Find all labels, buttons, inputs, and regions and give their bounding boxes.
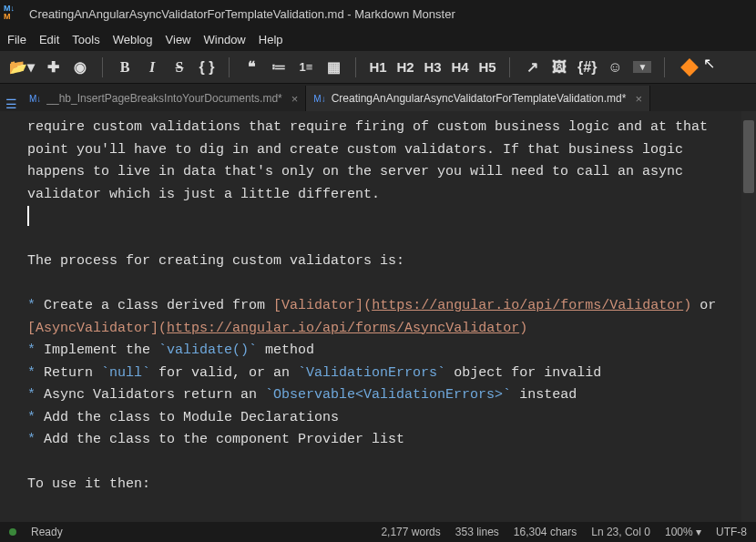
toolbar: 📂▾ ✚ ◉ B I S { } ❝ ≔ 1≡ ▦ H1 H2 H3 H4 H5… [0, 51, 756, 84]
window-title: CreatingAnAngularAsyncValidatorForTempla… [29, 7, 455, 21]
statusbar: Ready 2,177 words 353 lines 16,304 chars… [0, 522, 756, 542]
bold-button[interactable]: B [116, 59, 134, 76]
scroll-thumb[interactable] [743, 120, 754, 193]
editor-area: require custom validations that require … [0, 111, 756, 522]
h2-button[interactable]: H2 [396, 59, 414, 75]
id-button[interactable]: {#} [577, 59, 597, 76]
italic-button[interactable]: I [143, 59, 161, 76]
titlebar: M↓M CreatingAnAngularAsyncValidatorForTe… [0, 0, 756, 27]
h4-button[interactable]: H4 [451, 59, 469, 75]
scrollbar[interactable] [741, 111, 756, 522]
tab-active[interactable]: M↓ CreatingAnAngularAsyncValidatorForTem… [306, 86, 650, 111]
ul-button[interactable]: ≔ [270, 58, 288, 76]
emoji-button[interactable]: ☺ [606, 59, 624, 76]
image-button[interactable]: 🖼 [550, 59, 568, 76]
menu-edit[interactable]: Edit [39, 33, 59, 46]
more-dropdown[interactable]: ▼ [633, 61, 651, 73]
status-indicator [9, 528, 16, 536]
link-button[interactable]: ↗ [523, 58, 541, 76]
close-icon[interactable]: × [635, 92, 642, 106]
separator [229, 57, 230, 77]
close-icon[interactable]: × [291, 92, 299, 106]
separator [509, 57, 510, 77]
strike-button[interactable]: S [170, 59, 189, 76]
tabbar: ☰ M↓ __hb_InsertPageBreaksIntoYourDocume… [0, 84, 756, 111]
status-lines: 353 lines [455, 526, 499, 538]
h3-button[interactable]: H3 [424, 59, 442, 75]
menu-help[interactable]: Help [259, 33, 283, 46]
status-position: Ln 23, Col 0 [591, 526, 650, 538]
code-button[interactable]: { } [198, 59, 216, 76]
new-icon[interactable]: ✚ [44, 58, 62, 76]
markdown-icon: M↓ [313, 94, 325, 104]
menu-window[interactable]: Window [204, 33, 246, 46]
menu-weblog[interactable]: Weblog [113, 33, 153, 46]
separator [102, 57, 103, 77]
menu-view[interactable]: View [166, 33, 191, 46]
status-chars: 16,304 chars [514, 526, 577, 538]
status-zoom[interactable]: 100% ▾ [665, 526, 701, 538]
save-icon[interactable]: ◉ [71, 58, 89, 76]
quote-button[interactable]: ❝ [242, 58, 261, 76]
table-button[interactable]: ▦ [324, 58, 342, 76]
status-ready: Ready [31, 526, 63, 538]
status-words: 2,177 words [381, 526, 440, 538]
cursor [27, 206, 29, 226]
menubar: File Edit Tools Weblog View Window Help [0, 27, 756, 51]
status-encoding[interactable]: UTF-8 [716, 526, 747, 538]
menu-tools[interactable]: Tools [72, 33, 99, 46]
tab-label: __hb_InsertPageBreaksIntoYourDocuments.m… [46, 92, 281, 105]
preview-icon[interactable] [680, 58, 699, 77]
editor[interactable]: require custom validations that require … [0, 111, 741, 522]
h1-button[interactable]: H1 [369, 59, 387, 75]
panel-toggle-icon[interactable]: ☰ [0, 97, 22, 111]
ol-button[interactable]: 1≡ [297, 60, 315, 74]
tab-inactive[interactable]: M↓ __hb_InsertPageBreaksIntoYourDocument… [22, 86, 306, 111]
markdown-icon: M↓ [29, 94, 41, 104]
separator [355, 57, 356, 77]
tab-label: CreatingAnAngularAsyncValidatorForTempla… [332, 92, 627, 105]
menu-file[interactable]: File [7, 33, 26, 46]
open-icon[interactable]: 📂▾ [9, 58, 35, 76]
h5-button[interactable]: H5 [478, 59, 496, 75]
separator [664, 57, 665, 77]
app-logo: M↓M [4, 5, 22, 23]
